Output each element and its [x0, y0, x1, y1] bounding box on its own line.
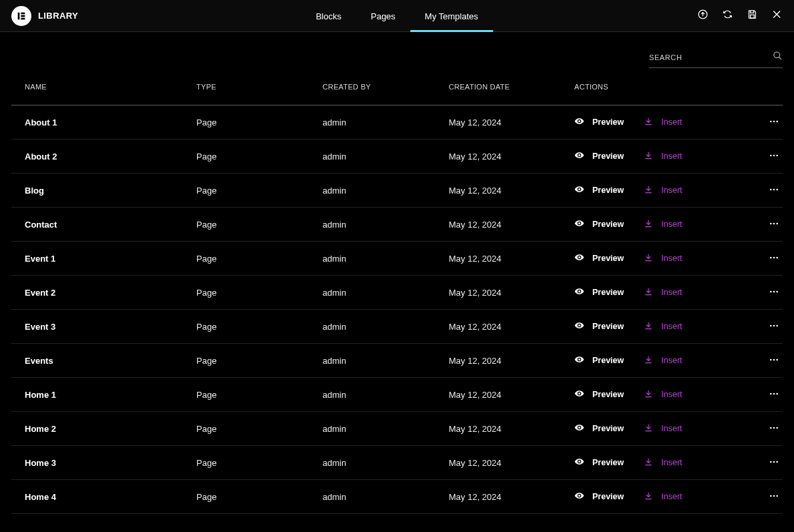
cell-type: Page — [196, 492, 323, 502]
svg-point-40 — [773, 495, 775, 497]
tab-my-templates[interactable]: My Templates — [410, 0, 493, 32]
table-row: Event 3 Page admin May 12, 2024 Preview … — [11, 310, 783, 344]
svg-point-24 — [770, 324, 772, 326]
preview-button[interactable]: Preview — [574, 388, 624, 401]
cell-name: Home 1 — [11, 390, 196, 400]
insert-label: Insert — [661, 492, 682, 501]
eye-icon — [574, 218, 584, 230]
download-icon — [644, 423, 653, 435]
insert-button[interactable]: Insert — [644, 117, 682, 128]
insert-button[interactable]: Insert — [644, 151, 682, 162]
more-button[interactable] — [769, 116, 783, 129]
more-button[interactable] — [769, 184, 783, 197]
ellipsis-icon — [769, 286, 779, 299]
eye-icon — [574, 184, 584, 196]
cell-name: Home 3 — [11, 458, 196, 468]
eye-icon — [574, 286, 584, 298]
download-icon — [644, 253, 653, 264]
svg-point-18 — [770, 256, 772, 258]
cell-name: Events — [11, 356, 196, 366]
insert-button[interactable]: Insert — [644, 423, 682, 435]
preview-button[interactable]: Preview — [574, 286, 624, 298]
search-row — [0, 32, 794, 68]
preview-button[interactable]: Preview — [574, 423, 624, 435]
tab-pages[interactable]: Pages — [356, 0, 410, 32]
preview-button[interactable]: Preview — [574, 491, 624, 503]
close-icon[interactable] — [771, 9, 783, 23]
library-logo-wrap: LIBRARY — [11, 6, 78, 26]
cell-creator: admin — [323, 424, 449, 434]
cell-date: May 12, 2024 — [449, 254, 574, 264]
cell-date: May 12, 2024 — [449, 458, 574, 468]
sync-icon[interactable] — [722, 9, 733, 23]
preview-button[interactable]: Preview — [574, 184, 624, 196]
preview-button[interactable]: Preview — [574, 252, 624, 264]
eye-icon — [574, 252, 584, 264]
more-button[interactable] — [769, 457, 783, 469]
eye-icon — [574, 491, 584, 503]
more-button[interactable] — [769, 423, 783, 435]
save-icon[interactable] — [747, 9, 758, 23]
insert-label: Insert — [661, 288, 682, 297]
cell-name: Blog — [11, 186, 196, 196]
svg-point-22 — [773, 290, 775, 292]
svg-point-30 — [770, 392, 772, 394]
download-icon — [644, 185, 653, 196]
more-button[interactable] — [769, 320, 783, 333]
insert-button[interactable]: Insert — [644, 491, 682, 503]
insert-button[interactable]: Insert — [644, 185, 682, 196]
search-icon[interactable] — [773, 51, 783, 63]
eye-icon — [574, 423, 584, 435]
svg-point-32 — [776, 392, 778, 394]
cell-actions: Preview Insert — [574, 286, 783, 299]
tab-blocks[interactable]: Blocks — [301, 0, 356, 32]
more-button[interactable] — [769, 252, 783, 265]
insert-label: Insert — [661, 356, 682, 365]
insert-button[interactable]: Insert — [644, 321, 682, 332]
preview-label: Preview — [592, 117, 624, 127]
svg-point-33 — [770, 427, 772, 429]
insert-button[interactable]: Insert — [644, 219, 682, 230]
ellipsis-icon — [769, 320, 779, 333]
preview-button[interactable]: Preview — [574, 150, 624, 162]
cell-name: About 1 — [11, 117, 196, 127]
col-actions-header: ACTIONS — [574, 83, 783, 91]
search-input[interactable] — [649, 53, 773, 61]
cell-name: Home 2 — [11, 424, 196, 434]
preview-button[interactable]: Preview — [574, 116, 624, 128]
more-button[interactable] — [769, 388, 783, 401]
ellipsis-icon — [769, 184, 779, 197]
more-button[interactable] — [769, 354, 783, 367]
cell-type: Page — [196, 356, 323, 366]
svg-point-21 — [770, 290, 772, 292]
insert-button[interactable]: Insert — [644, 457, 682, 469]
insert-button[interactable]: Insert — [644, 253, 682, 264]
preview-button[interactable]: Preview — [574, 218, 624, 230]
more-button[interactable] — [769, 218, 783, 231]
svg-point-41 — [776, 495, 778, 497]
more-button[interactable] — [769, 286, 783, 299]
insert-button[interactable]: Insert — [644, 355, 682, 366]
cell-date: May 12, 2024 — [449, 220, 574, 230]
table-row: Event 1 Page admin May 12, 2024 Preview … — [11, 242, 783, 276]
more-button[interactable] — [769, 491, 783, 503]
svg-point-15 — [770, 222, 772, 224]
upload-icon[interactable] — [697, 9, 709, 23]
preview-button[interactable]: Preview — [574, 320, 624, 332]
cell-actions: Preview Insert — [574, 184, 783, 197]
svg-point-27 — [770, 358, 772, 360]
cell-date: May 12, 2024 — [449, 186, 574, 196]
cell-type: Page — [196, 152, 323, 162]
table-row: Home 3 Page admin May 12, 2024 Preview I… — [11, 446, 783, 480]
preview-label: Preview — [592, 152, 624, 161]
insert-button[interactable]: Insert — [644, 287, 682, 298]
download-icon — [644, 117, 653, 128]
preview-button[interactable]: Preview — [574, 354, 624, 366]
preview-button[interactable]: Preview — [574, 457, 624, 469]
svg-point-23 — [776, 290, 778, 292]
preview-label: Preview — [592, 390, 624, 399]
more-button[interactable] — [769, 150, 783, 163]
cell-actions: Preview Insert — [574, 116, 783, 129]
cell-creator: admin — [323, 186, 449, 196]
insert-button[interactable]: Insert — [644, 389, 682, 401]
